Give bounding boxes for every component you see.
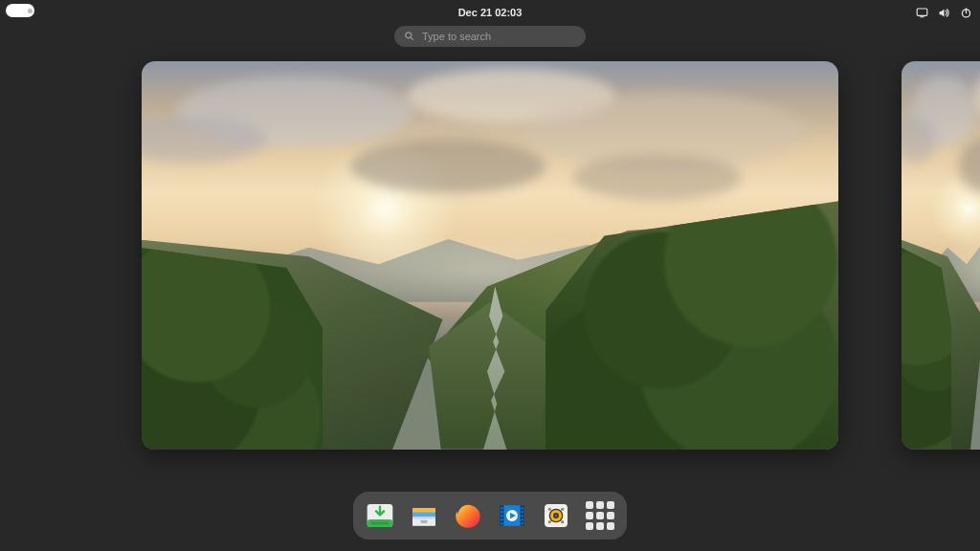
dash xyxy=(353,492,627,540)
svg-rect-25 xyxy=(522,511,523,513)
svg-rect-22 xyxy=(501,518,502,520)
app-installer[interactable] xyxy=(363,498,397,533)
workspace-switcher xyxy=(0,61,980,463)
svg-rect-1 xyxy=(920,16,924,17)
svg-rect-10 xyxy=(412,508,435,513)
svg-rect-14 xyxy=(421,520,428,523)
app-rhythmbox[interactable] xyxy=(539,498,573,533)
svg-rect-8 xyxy=(371,522,390,525)
search-input[interactable] xyxy=(422,31,576,42)
files-icon xyxy=(409,500,439,531)
search-field[interactable] xyxy=(394,26,586,47)
search-icon xyxy=(404,28,414,45)
overview-search xyxy=(394,26,586,47)
svg-point-4 xyxy=(406,33,412,38)
svg-rect-21 xyxy=(501,515,502,517)
svg-line-5 xyxy=(411,37,412,39)
videos-icon xyxy=(497,500,527,531)
activities-pill-icon xyxy=(6,4,34,17)
app-files[interactable] xyxy=(407,498,441,533)
rhythmbox-icon xyxy=(541,500,571,531)
wallpaper xyxy=(142,61,838,450)
svg-rect-11 xyxy=(412,513,435,518)
svg-point-33 xyxy=(548,520,551,523)
svg-rect-26 xyxy=(522,515,523,517)
svg-rect-23 xyxy=(501,522,502,524)
svg-point-34 xyxy=(561,520,564,523)
svg-point-32 xyxy=(561,508,564,511)
workspace-thumbnail-1[interactable] xyxy=(142,61,838,450)
installer-icon xyxy=(365,500,395,531)
svg-point-31 xyxy=(548,508,551,511)
svg-rect-27 xyxy=(522,518,523,520)
svg-rect-28 xyxy=(522,522,523,524)
svg-point-38 xyxy=(555,515,557,517)
screen-icon[interactable] xyxy=(916,7,928,19)
svg-rect-13 xyxy=(412,517,435,518)
app-videos[interactable] xyxy=(495,498,529,533)
activities-button[interactable] xyxy=(6,4,34,17)
show-applications-button[interactable] xyxy=(583,498,617,533)
system-status-area[interactable] xyxy=(916,0,972,25)
svg-rect-19 xyxy=(501,507,502,509)
svg-rect-20 xyxy=(501,511,502,513)
top-bar: Dec 21 02:03 xyxy=(0,0,980,25)
svg-rect-0 xyxy=(917,9,927,15)
volume-icon[interactable] xyxy=(938,7,950,19)
app-grid-icon xyxy=(586,501,614,530)
workspace-thumbnail-2[interactable] xyxy=(902,61,980,450)
power-icon[interactable] xyxy=(960,7,972,19)
svg-rect-24 xyxy=(522,507,523,509)
clock[interactable]: Dec 21 02:03 xyxy=(458,7,523,18)
wallpaper xyxy=(902,61,980,450)
app-firefox[interactable] xyxy=(451,498,485,533)
firefox-icon xyxy=(453,500,483,531)
